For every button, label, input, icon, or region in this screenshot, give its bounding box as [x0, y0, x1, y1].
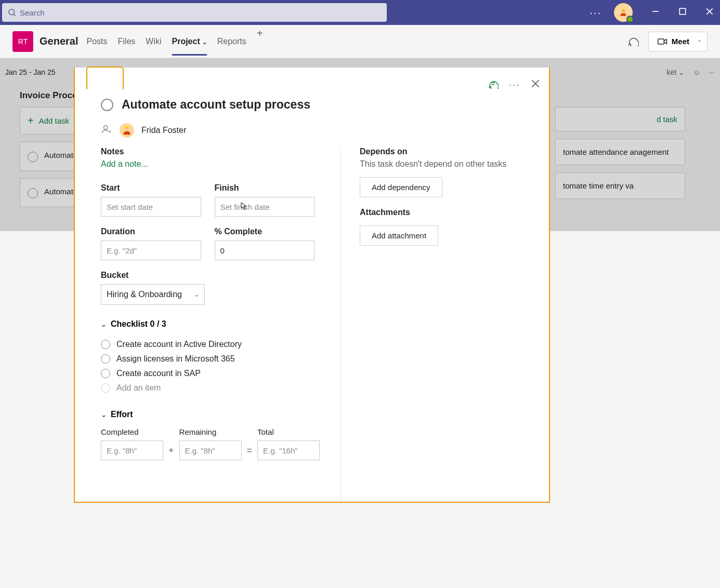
modal-left-panel: Notes Add a note... Start Finish Duratio…	[75, 147, 341, 502]
percent-complete-input[interactable]	[215, 240, 315, 260]
app-titlebar: Search ···	[0, 0, 720, 25]
close-button[interactable]	[703, 5, 716, 20]
task-complete-circle[interactable]	[101, 99, 113, 111]
svg-line-1	[14, 14, 16, 16]
svg-point-0	[9, 9, 15, 15]
task-title[interactable]: Automate account setup process	[122, 98, 310, 112]
meet-button[interactable]: Meet	[648, 32, 698, 51]
percent-complete-label: % Complete	[215, 227, 315, 236]
avatar-face-icon	[122, 125, 132, 136]
bucket-select[interactable]: Hiring & Onboarding ⌄	[101, 284, 205, 305]
add-tab-button[interactable]: +	[257, 28, 263, 56]
more-icon[interactable]: ···	[590, 7, 601, 19]
chat-icon[interactable]	[624, 32, 642, 51]
start-date-input[interactable]	[101, 197, 201, 217]
svg-point-3	[622, 10, 623, 11]
channel-header: RT General Posts Files Wiki Project⌄ Rep…	[0, 25, 720, 58]
search-input[interactable]: Search	[2, 3, 387, 22]
effort-header[interactable]: ⌄ Effort	[101, 410, 315, 419]
svg-rect-9	[658, 39, 664, 44]
finish-date-input[interactable]	[215, 197, 315, 217]
close-icon[interactable]	[530, 78, 541, 91]
maximize-button[interactable]	[676, 5, 689, 20]
check-circle[interactable]	[101, 340, 110, 349]
svg-point-14	[104, 126, 108, 129]
depends-on-label: Depends on	[360, 147, 532, 156]
effort-completed-label: Completed	[101, 427, 163, 436]
add-attachment-button[interactable]: Add attachment	[360, 225, 438, 246]
duration-label: Duration	[101, 227, 201, 236]
effort-remaining-label: Remaining	[179, 427, 242, 436]
user-avatar[interactable]	[614, 3, 633, 22]
minimize-button[interactable]	[649, 5, 662, 20]
effort-completed-input[interactable]	[101, 440, 163, 460]
bucket-label: Bucket	[101, 271, 205, 280]
video-icon	[657, 36, 667, 47]
tab-project[interactable]: Project⌄	[172, 28, 207, 56]
assignee-avatar[interactable]	[120, 123, 134, 138]
more-icon[interactable]: ···	[509, 79, 520, 90]
modal-tab-indicator	[86, 66, 124, 89]
effort-total-label: Total	[257, 427, 320, 436]
presence-icon	[626, 16, 634, 23]
avatar-face-icon	[619, 8, 627, 17]
start-label: Start	[101, 183, 201, 193]
tab-posts[interactable]: Posts	[86, 28, 107, 56]
tabs-container: Posts Files Wiki Project⌄ Reports +	[86, 28, 263, 56]
duration-input[interactable]	[101, 240, 201, 260]
finish-label: Finish	[215, 183, 315, 193]
add-assignee-icon[interactable]	[101, 124, 112, 137]
svg-rect-6	[679, 8, 685, 14]
checklist-item[interactable]: Create account in SAP	[101, 366, 315, 381]
effort-total-input[interactable]	[257, 440, 320, 460]
notes-label: Notes	[101, 147, 315, 156]
svg-point-4	[624, 10, 624, 11]
check-circle[interactable]	[101, 369, 110, 378]
task-details-modal: ··· Automate account setup process Frida…	[74, 68, 550, 503]
depends-on-text: This task doesn't depend on other tasks	[360, 159, 532, 169]
equals-operator: =	[247, 445, 253, 460]
add-note-button[interactable]: Add a note...	[101, 159, 148, 169]
effort-remaining-input[interactable]	[179, 440, 242, 460]
chevron-down-icon: ⌄	[194, 291, 199, 298]
assignee-name[interactable]: Frida Foster	[141, 126, 186, 135]
checklist-header[interactable]: ⌄ Checklist 0 / 3	[101, 319, 315, 329]
check-circle[interactable]	[101, 354, 110, 364]
tab-wiki[interactable]: Wiki	[146, 28, 161, 56]
check-circle-disabled	[101, 383, 110, 393]
modal-right-panel: Depends on This task doesn't depend on o…	[341, 147, 549, 502]
checklist-item[interactable]: Assign licenses in Microsoft 365	[101, 352, 315, 366]
search-placeholder: Search	[20, 8, 45, 17]
search-icon	[7, 8, 17, 17]
chat-icon[interactable]	[488, 78, 499, 91]
tab-reports[interactable]: Reports	[217, 28, 246, 56]
checklist-item[interactable]: Create account in Active Directory	[101, 337, 315, 352]
chevron-down-icon: ⌄	[202, 39, 207, 45]
channel-name: General	[40, 35, 78, 47]
chevron-down-icon: ⌄	[101, 411, 107, 419]
plus-operator: +	[168, 445, 174, 460]
add-checklist-item[interactable]: Add an item	[101, 381, 315, 395]
add-dependency-button[interactable]: Add dependency	[360, 177, 442, 197]
attachments-label: Attachments	[360, 208, 532, 217]
channel-icon[interactable]: RT	[12, 31, 33, 52]
tab-files[interactable]: Files	[118, 28, 136, 56]
chevron-down-icon: ⌄	[101, 320, 107, 328]
meet-chevron-button[interactable]: ⌄	[692, 32, 708, 51]
